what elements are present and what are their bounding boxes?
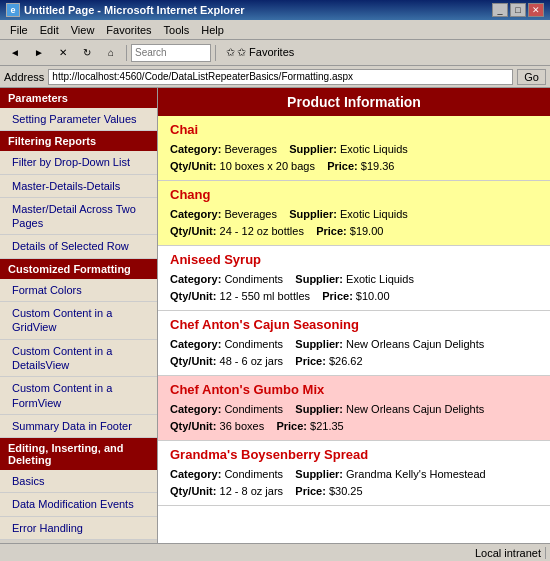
products-container: Chai Category: Beverages Supplier: Exoti… <box>158 116 550 506</box>
menu-favorites[interactable]: Favorites <box>100 23 157 37</box>
search-input[interactable] <box>131 44 211 62</box>
qty-label: Qty/Unit: <box>170 420 216 432</box>
close-button[interactable]: ✕ <box>528 3 544 17</box>
product-item: Chef Anton's Gumbo Mix Category: Condime… <box>158 376 550 441</box>
product-item: Chef Anton's Cajun Seasoning Category: C… <box>158 311 550 376</box>
product-item: Aniseed Syrup Category: Condiments Suppl… <box>158 246 550 311</box>
minimize-button[interactable]: _ <box>492 3 508 17</box>
category-label: Category: <box>170 273 221 285</box>
product-details: Category: Condiments Supplier: New Orlea… <box>170 401 538 418</box>
product-name: Chai <box>170 122 538 137</box>
category-label: Category: <box>170 403 221 415</box>
content-area[interactable]: Product Information Chai Category: Bever… <box>158 88 550 561</box>
address-input[interactable] <box>48 69 513 85</box>
sidebar-item-master-detail-across[interactable]: Master/Detail Across Two Pages <box>0 198 157 236</box>
sidebar-item-master-details[interactable]: Master-Details-Details <box>0 175 157 198</box>
forward-button[interactable]: ► <box>28 43 50 63</box>
address-label: Address <box>4 71 44 83</box>
menu-bar: File Edit View Favorites Tools Help <box>0 20 550 40</box>
sidebar-item-format-colors[interactable]: Format Colors <box>0 279 157 302</box>
favorites-button[interactable]: ✩ ✩ Favorites <box>220 45 300 60</box>
sidebar-item-details-selected[interactable]: Details of Selected Row <box>0 235 157 258</box>
product-item: Chai Category: Beverages Supplier: Exoti… <box>158 116 550 181</box>
supplier-label: Supplier: <box>289 143 337 155</box>
product-name: Chef Anton's Cajun Seasoning <box>170 317 538 332</box>
qty-label: Qty/Unit: <box>170 485 216 497</box>
menu-help[interactable]: Help <box>195 23 230 37</box>
product-details: Category: Beverages Supplier: Exotic Liq… <box>170 206 538 223</box>
supplier-label: Supplier: <box>295 338 343 350</box>
sidebar-item-basics[interactable]: Basics <box>0 470 157 493</box>
sidebar-section-filtering[interactable]: Filtering Reports <box>0 131 157 151</box>
price-label: Price: <box>327 160 358 172</box>
sidebar-item-filter-dropdown[interactable]: Filter by Drop-Down List <box>0 151 157 174</box>
title-bar: e Untitled Page - Microsoft Internet Exp… <box>0 0 550 20</box>
price-label: Price: <box>322 290 353 302</box>
category-label: Category: <box>170 468 221 480</box>
favorites-label: ✩ Favorites <box>237 46 294 59</box>
refresh-button[interactable]: ↻ <box>76 43 98 63</box>
menu-edit[interactable]: Edit <box>34 23 65 37</box>
sidebar-section-parameters[interactable]: Parameters <box>0 88 157 108</box>
product-details: Category: Beverages Supplier: Exotic Liq… <box>170 141 538 158</box>
sidebar-item-custom-gridview[interactable]: Custom Content in a GridView <box>0 302 157 340</box>
price-label: Price: <box>295 485 326 497</box>
sidebar: Parameters Setting Parameter Values Filt… <box>0 88 158 561</box>
product-qty-price: Qty/Unit: 12 - 8 oz jars Price: $30.25 <box>170 483 538 500</box>
sidebar-item-error-handling[interactable]: Error Handling <box>0 517 157 540</box>
home-button[interactable]: ⌂ <box>100 43 122 63</box>
back-button[interactable]: ◄ <box>4 43 26 63</box>
sidebar-item-custom-detailsview[interactable]: Custom Content in a DetailsView <box>0 340 157 378</box>
menu-file[interactable]: File <box>4 23 34 37</box>
qty-label: Qty/Unit: <box>170 225 216 237</box>
qty-label: Qty/Unit: <box>170 290 216 302</box>
product-qty-price: Qty/Unit: 36 boxes Price: $21.35 <box>170 418 538 435</box>
stop-button[interactable]: ✕ <box>52 43 74 63</box>
sidebar-item-data-modification[interactable]: Data Modification Events <box>0 493 157 516</box>
product-name: Chef Anton's Gumbo Mix <box>170 382 538 397</box>
product-qty-price: Qty/Unit: 12 - 550 ml bottles Price: $10… <box>170 288 538 305</box>
product-qty-price: Qty/Unit: 48 - 6 oz jars Price: $26.62 <box>170 353 538 370</box>
menu-tools[interactable]: Tools <box>158 23 196 37</box>
product-item: Grandma's Boysenberry Spread Category: C… <box>158 441 550 506</box>
price-label: Price: <box>316 225 347 237</box>
main-area: Parameters Setting Parameter Values Filt… <box>0 88 550 561</box>
supplier-label: Supplier: <box>295 403 343 415</box>
toolbar-separator-2 <box>215 45 216 61</box>
product-details: Category: Condiments Supplier: Grandma K… <box>170 466 538 483</box>
price-label: Price: <box>276 420 307 432</box>
sidebar-item-setting-parameter[interactable]: Setting Parameter Values <box>0 108 157 131</box>
restore-button[interactable]: □ <box>510 3 526 17</box>
product-item: Chang Category: Beverages Supplier: Exot… <box>158 181 550 246</box>
supplier-label: Supplier: <box>295 468 343 480</box>
address-bar: Address Go <box>0 66 550 88</box>
window-controls[interactable]: _ □ ✕ <box>492 3 544 17</box>
toolbar: ◄ ► ✕ ↻ ⌂ ✩ ✩ Favorites <box>0 40 550 66</box>
favorites-icon: ✩ <box>226 46 235 59</box>
app-icon: e <box>6 3 20 17</box>
sidebar-item-summary-footer[interactable]: Summary Data in Footer <box>0 415 157 438</box>
product-qty-price: Qty/Unit: 24 - 12 oz bottles Price: $19.… <box>170 223 538 240</box>
search-area <box>131 44 211 62</box>
sidebar-section-editing[interactable]: Editing, Inserting, and Deleting <box>0 438 157 470</box>
product-name: Chang <box>170 187 538 202</box>
menu-view[interactable]: View <box>65 23 101 37</box>
category-label: Category: <box>170 143 221 155</box>
product-name: Grandma's Boysenberry Spread <box>170 447 538 462</box>
sidebar-section-formatting[interactable]: Customized Formatting <box>0 259 157 279</box>
price-label: Price: <box>295 355 326 367</box>
sidebar-item-custom-formview[interactable]: Custom Content in a FormView <box>0 377 157 415</box>
toolbar-separator-1 <box>126 45 127 61</box>
qty-label: Qty/Unit: <box>170 355 216 367</box>
status-bar: Local intranet <box>0 543 550 561</box>
supplier-label: Supplier: <box>289 208 337 220</box>
product-details: Category: Condiments Supplier: Exotic Li… <box>170 271 538 288</box>
qty-label: Qty/Unit: <box>170 160 216 172</box>
category-label: Category: <box>170 208 221 220</box>
product-name: Aniseed Syrup <box>170 252 538 267</box>
zone-label: Local intranet <box>471 547 546 559</box>
product-header: Product Information <box>158 88 550 116</box>
product-qty-price: Qty/Unit: 10 boxes x 20 bags Price: $19.… <box>170 158 538 175</box>
supplier-label: Supplier: <box>295 273 343 285</box>
go-button[interactable]: Go <box>517 69 546 85</box>
